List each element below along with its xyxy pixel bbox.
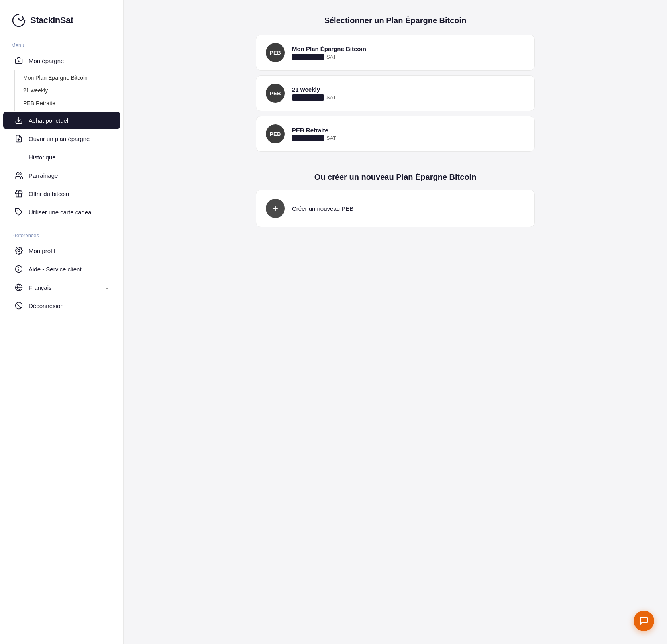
langue-label: Français <box>29 284 52 291</box>
svg-point-13 <box>18 250 20 252</box>
info-icon <box>14 265 23 273</box>
plan1-balance: SAT <box>292 54 366 60</box>
sidebar-item-ouvrir-plan[interactable]: Ouvrir un plan épargne <box>3 130 120 147</box>
list-icon <box>14 153 23 161</box>
svg-line-20 <box>16 303 21 308</box>
plan1-balance-redacted <box>292 54 324 60</box>
plan2-unit: SAT <box>326 94 336 100</box>
plan1-info: Mon Plan Épargne Bitcoin SAT <box>292 45 366 60</box>
add-file-icon <box>14 134 23 143</box>
aide-label: Aide - Service client <box>29 266 82 273</box>
chat-button[interactable] <box>634 611 654 631</box>
historique-label: Historique <box>29 154 56 161</box>
plan2-balance: SAT <box>292 94 336 101</box>
sidebar: StackinSat Menu Mon épargne Mon Plan Épa… <box>0 0 124 644</box>
ouvrir-plan-label: Ouvrir un plan épargne <box>29 135 90 142</box>
plan3-balance-redacted <box>292 135 324 141</box>
create-title: Ou créer un nouveau Plan Épargne Bitcoin <box>314 173 477 182</box>
people-icon <box>14 171 23 180</box>
plan-card-3[interactable]: PEB PEB Retraite SAT <box>256 116 535 152</box>
sidebar-item-parrainage[interactable]: Parrainage <box>3 167 120 184</box>
plan3-unit: SAT <box>326 135 336 141</box>
plan3-name: PEB Retraite <box>292 127 336 134</box>
menu-label: Menu <box>0 42 123 48</box>
plan3-balance: SAT <box>292 135 336 141</box>
deconnexion-label: Déconnexion <box>29 302 64 309</box>
plan-card-2[interactable]: PEB 21 weekly SAT <box>256 75 535 111</box>
sidebar-item-deconnexion[interactable]: Déconnexion <box>3 297 120 314</box>
plan2-balance-redacted <box>292 94 324 101</box>
plan2-info: 21 weekly SAT <box>292 86 336 101</box>
sub-item-plan1[interactable]: Mon Plan Épargne Bitcoin <box>15 71 123 84</box>
chevron-down-icon: ⌄ <box>105 285 109 290</box>
carte-cadeau-label: Utiliser une carte cadeau <box>29 209 95 216</box>
sub-item-plan3[interactable]: PEB Retraite <box>15 97 123 110</box>
sidebar-item-epargne[interactable]: Mon épargne <box>3 52 120 69</box>
sidebar-item-carte-cadeau[interactable]: Utiliser une carte cadeau <box>3 203 120 221</box>
sidebar-item-achat-ponctuel[interactable]: Achat ponctuel <box>3 112 120 129</box>
create-label: Créer un nouveau PEB <box>292 205 353 212</box>
preferences-label: Préférences <box>0 232 123 238</box>
langue-row: Français ⌄ <box>14 283 109 292</box>
parrainage-label: Parrainage <box>29 172 58 179</box>
gift-icon <box>14 189 23 198</box>
sidebar-item-aide[interactable]: Aide - Service client <box>3 260 120 278</box>
plan1-avatar: PEB <box>266 43 285 62</box>
profil-label: Mon profil <box>29 247 55 254</box>
main-content: Sélectionner un Plan Épargne Bitcoin PEB… <box>124 0 667 644</box>
plan3-info: PEB Retraite SAT <box>292 127 336 141</box>
svg-point-9 <box>16 173 19 175</box>
sub-item-plan2[interactable]: 21 weekly <box>15 84 123 97</box>
plan-card-1[interactable]: PEB Mon Plan Épargne Bitcoin SAT <box>256 35 535 71</box>
plan2-name: 21 weekly <box>292 86 336 93</box>
create-peb-card[interactable]: + Créer un nouveau PEB <box>256 190 535 227</box>
offrir-label: Offrir du bitcoin <box>29 190 69 197</box>
plus-icon: + <box>266 199 285 218</box>
plan3-avatar: PEB <box>266 124 285 143</box>
settings-icon <box>14 246 23 255</box>
plan2-avatar: PEB <box>266 84 285 103</box>
epargne-label: Mon épargne <box>29 57 64 64</box>
globe-icon <box>14 283 23 292</box>
langue-left: Français <box>14 283 52 292</box>
download-icon <box>14 116 23 125</box>
plan1-name: Mon Plan Épargne Bitcoin <box>292 45 366 52</box>
sub-nav: Mon Plan Épargne Bitcoin 21 weekly PEB R… <box>14 70 123 111</box>
logout-icon <box>14 301 23 310</box>
tag-icon <box>14 208 23 216</box>
savings-icon <box>14 56 23 65</box>
chat-icon <box>639 616 649 626</box>
logo-icon <box>11 13 26 28</box>
sidebar-item-langue[interactable]: Français ⌄ <box>3 279 120 296</box>
app-name: StackinSat <box>30 15 73 26</box>
sidebar-item-historique[interactable]: Historique <box>3 148 120 166</box>
logo-area: StackinSat <box>0 0 123 39</box>
sidebar-item-profil[interactable]: Mon profil <box>3 242 120 259</box>
sidebar-item-offrir-bitcoin[interactable]: Offrir du bitcoin <box>3 185 120 202</box>
achat-label: Achat ponctuel <box>29 117 68 124</box>
plan1-unit: SAT <box>326 54 336 60</box>
select-title: Sélectionner un Plan Épargne Bitcoin <box>324 16 467 25</box>
